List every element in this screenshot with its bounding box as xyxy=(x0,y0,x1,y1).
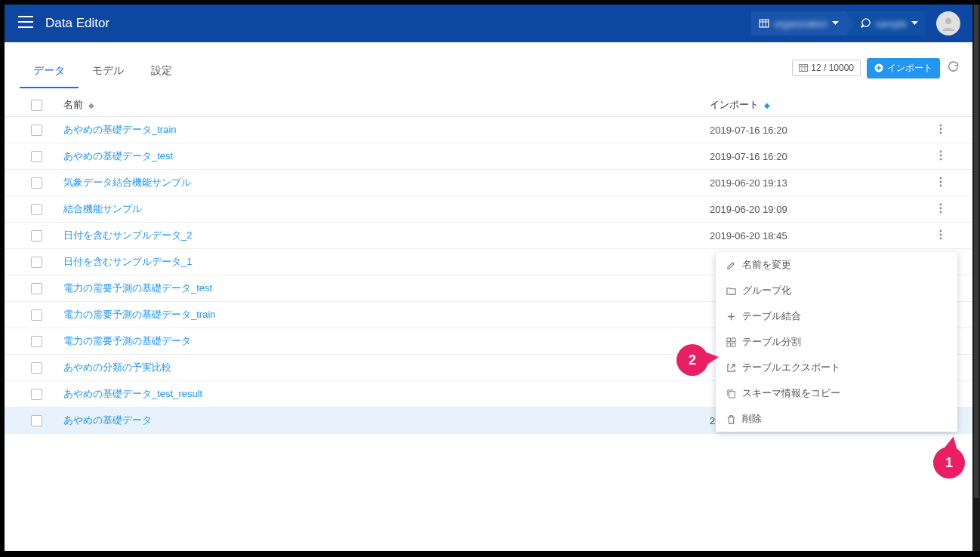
svg-rect-2 xyxy=(800,65,808,72)
row-import-date: 2019-07-16 16:20 xyxy=(710,125,936,136)
row-more-icon[interactable] xyxy=(936,122,945,140)
org-selector[interactable]: organization xyxy=(751,11,846,35)
row-more-icon[interactable] xyxy=(936,228,945,245)
menu-item-plus[interactable]: テーブル結合 xyxy=(716,303,957,329)
plus-circle-icon xyxy=(874,63,883,72)
row-checkbox[interactable] xyxy=(31,362,42,374)
svg-point-7 xyxy=(940,150,942,152)
row-context-menu: 名前を変更グループ化テーブル結合テーブル分割テーブルエクスポートスキーマ情報をコ… xyxy=(716,252,957,432)
page-title: Data Editor xyxy=(45,16,109,31)
svg-rect-41 xyxy=(732,337,735,341)
row-name-link[interactable]: 結合機能サンプル xyxy=(63,203,142,214)
tab-1[interactable]: モデル xyxy=(79,48,137,88)
row-more-icon[interactable] xyxy=(936,202,945,219)
row-name-link[interactable]: 気象データ結合機能サンプル xyxy=(63,177,191,188)
table-row: 日付を含むサンプルデータ_22019-06-20 18:45 xyxy=(5,223,974,249)
table-row: あやめの基礎データ_test2019-07-16 16:20 xyxy=(5,143,974,170)
menu-item-trash[interactable]: 削除 xyxy=(716,406,957,432)
user-avatar[interactable] xyxy=(936,11,960,35)
project-dropdown[interactable]: sample xyxy=(846,11,926,35)
annotation-2: 2 xyxy=(676,344,708,376)
row-checkbox[interactable] xyxy=(31,204,42,215)
chevron-down-icon xyxy=(911,21,918,26)
row-import-date: 2019-06-20 19:13 xyxy=(710,177,936,189)
row-name-link[interactable]: 日付を含むサンプルデータ_2 xyxy=(63,229,192,241)
menu-item-folder[interactable]: グループ化 xyxy=(716,278,957,303)
row-checkbox[interactable] xyxy=(31,309,42,321)
app-header: Data Editor organization sample xyxy=(5,5,974,42)
row-name-link[interactable]: あやめの基礎データ_train xyxy=(63,124,177,135)
svg-rect-0 xyxy=(760,20,769,27)
svg-point-1 xyxy=(945,18,951,24)
menu-item-external[interactable]: テーブルエクスポート xyxy=(716,355,957,380)
row-checkbox[interactable] xyxy=(31,415,42,426)
svg-point-12 xyxy=(940,184,942,186)
row-checkbox[interactable] xyxy=(31,125,42,136)
menu-icon[interactable] xyxy=(18,16,33,31)
svg-point-6 xyxy=(940,131,942,134)
svg-rect-40 xyxy=(727,337,731,341)
row-checkbox[interactable] xyxy=(31,283,42,294)
row-count-badge: 12 / 10000 xyxy=(792,60,861,76)
table-row: 気象データ結合機能サンプル2019-06-20 19:13 xyxy=(5,170,974,196)
tab-2[interactable]: 設定 xyxy=(137,48,186,88)
row-checkbox[interactable] xyxy=(31,336,42,347)
chevron-down-icon xyxy=(832,21,839,26)
svg-point-4 xyxy=(940,124,942,126)
svg-point-10 xyxy=(940,177,942,179)
row-name-link[interactable]: 電力の需要予測の基礎データ xyxy=(63,335,191,346)
row-name-link[interactable]: 日付を含むサンプルデータ_1 xyxy=(63,256,192,267)
table-header: 名前 ◆ インポート ◆ xyxy=(5,94,974,117)
row-checkbox[interactable] xyxy=(31,151,42,162)
svg-point-14 xyxy=(940,207,942,209)
row-more-icon[interactable] xyxy=(936,149,945,166)
row-name-link[interactable]: 電力の需要予測の基礎データ_test xyxy=(63,282,212,294)
row-name-link[interactable]: 電力の需要予測の基礎データ_train xyxy=(63,309,216,320)
row-more-icon[interactable] xyxy=(936,175,945,192)
col-header-import[interactable]: インポート ◆ xyxy=(710,98,936,112)
col-header-name[interactable]: 名前 ◆ xyxy=(53,98,710,112)
row-name-link[interactable]: あやめの基礎データ xyxy=(63,414,152,426)
sort-icon: ◆ xyxy=(88,101,94,109)
row-import-date: 2019-06-20 18:45 xyxy=(710,230,936,242)
select-all-checkbox[interactable] xyxy=(31,100,42,111)
tab-bar: データモデル設定 xyxy=(20,48,186,88)
svg-point-11 xyxy=(940,180,942,183)
menu-item-grid[interactable]: テーブル分割 xyxy=(716,329,957,355)
row-checkbox[interactable] xyxy=(31,389,42,400)
annotation-1: 1 xyxy=(933,447,965,479)
row-name-link[interactable]: あやめの基礎データ_test xyxy=(63,150,173,162)
menu-item-edit[interactable]: 名前を変更 xyxy=(716,252,957,278)
svg-point-18 xyxy=(940,237,942,239)
row-import-date: 2019-07-16 16:20 xyxy=(710,151,936,162)
svg-point-9 xyxy=(940,158,942,160)
table-row: 結合機能サンプル2019-06-20 19:09 xyxy=(5,196,974,223)
tab-0[interactable]: データ xyxy=(20,48,79,88)
toolbar: データモデル設定 12 / 10000 インポート xyxy=(5,42,974,94)
svg-rect-42 xyxy=(727,343,731,346)
svg-point-17 xyxy=(940,233,942,235)
row-checkbox[interactable] xyxy=(31,230,42,242)
svg-point-16 xyxy=(940,229,942,232)
svg-point-15 xyxy=(940,211,942,213)
sort-icon: ◆ xyxy=(764,101,770,109)
row-name-link[interactable]: あやめの基礎データ_test_result xyxy=(63,388,202,399)
svg-point-8 xyxy=(940,154,942,156)
row-checkbox[interactable] xyxy=(31,257,42,268)
row-import-date: 2019-06-20 19:09 xyxy=(710,204,936,215)
row-checkbox[interactable] xyxy=(31,177,42,189)
menu-item-copy[interactable]: スキーマ情報をコピー xyxy=(716,380,957,406)
vertical-scrollbar[interactable] xyxy=(974,5,978,498)
svg-point-13 xyxy=(940,203,942,205)
row-name-link[interactable]: あやめの分類の予実比較 xyxy=(63,362,171,373)
svg-rect-43 xyxy=(732,343,735,346)
svg-rect-44 xyxy=(729,391,735,397)
svg-point-5 xyxy=(940,128,942,130)
import-button[interactable]: インポート xyxy=(867,58,940,78)
refresh-icon[interactable] xyxy=(948,61,959,75)
table-row: あやめの基礎データ_train2019-07-16 16:20 xyxy=(5,117,974,143)
project-selector: organization sample xyxy=(751,11,926,35)
